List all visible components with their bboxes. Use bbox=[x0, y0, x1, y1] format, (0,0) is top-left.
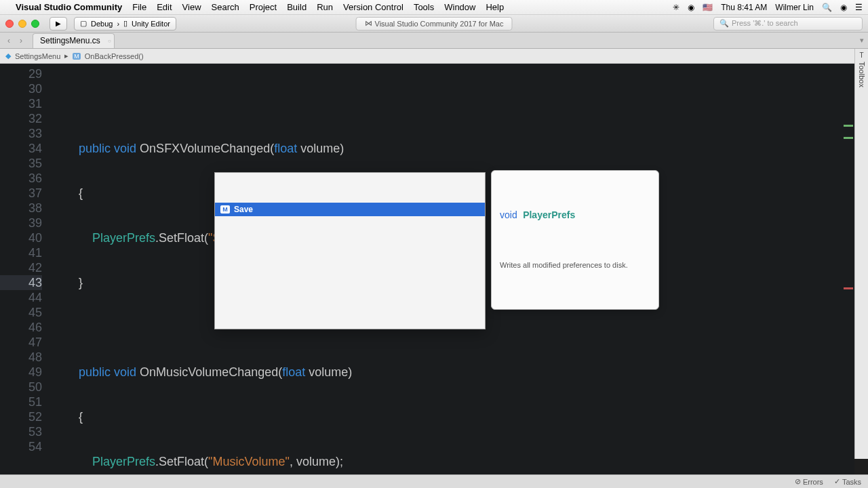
app-name[interactable]: Visual Studio Community bbox=[16, 2, 122, 12]
wifi-icon[interactable]: ◉ bbox=[688, 3, 694, 12]
file-tab[interactable]: SettingsMenu.cs ○ bbox=[33, 33, 115, 48]
menu-build[interactable]: Build bbox=[287, 2, 307, 12]
menu-run[interactable]: Run bbox=[317, 2, 333, 12]
menu-search[interactable]: Search bbox=[212, 2, 239, 12]
toolbox-icon: T bbox=[859, 52, 863, 59]
macos-menubar: Visual Studio Community File Edit View S… bbox=[0, 0, 868, 15]
run-configuration[interactable]: ▢Debug› ▯Unity Editor bbox=[74, 17, 176, 30]
error-icon: ⊘ bbox=[795, 477, 801, 486]
window-title: ⋈Visual Studio Community 2017 for Mac bbox=[356, 17, 513, 30]
error-marker bbox=[844, 287, 853, 289]
code-area[interactable]: public void OnSFXVolumeChanged(float vol… bbox=[49, 64, 854, 474]
search-icon[interactable]: 🔍 bbox=[822, 3, 832, 12]
menu-project[interactable]: Project bbox=[250, 2, 277, 12]
menu-edit[interactable]: Edit bbox=[157, 2, 172, 12]
user-name[interactable]: Wilmer Lin bbox=[775, 3, 814, 12]
autocomplete-popup[interactable]: M Save bbox=[214, 172, 486, 329]
status-icon[interactable]: ✳ bbox=[673, 3, 679, 12]
autocomplete-item-save[interactable]: M Save bbox=[215, 203, 485, 216]
method-badge-icon: M bbox=[220, 205, 230, 214]
check-icon: ✓ bbox=[834, 477, 840, 486]
breadcrumb-class[interactable]: SettingsMenu bbox=[15, 52, 60, 60]
nav-back-button[interactable]: ‹ bbox=[3, 35, 15, 47]
signature-tooltip: void PlayerPrefs Writes all modified pre… bbox=[491, 170, 659, 310]
search-icon: 🔍 bbox=[719, 19, 729, 28]
global-search[interactable]: 🔍 Press '⌘.' to search bbox=[713, 17, 863, 30]
menu-view[interactable]: View bbox=[182, 2, 201, 12]
breadcrumb: ◆ SettingsMenu ▸ M OnBackPressed() bbox=[0, 49, 868, 64]
menu-version-control[interactable]: Version Control bbox=[343, 2, 403, 12]
method-icon: M bbox=[73, 53, 81, 60]
minimize-window-button[interactable] bbox=[18, 20, 26, 28]
menu-help[interactable]: Help bbox=[486, 2, 504, 12]
code-editor[interactable]: 2930313233343536373839404142434445464748… bbox=[0, 64, 854, 474]
run-button[interactable]: ▶ bbox=[50, 17, 67, 30]
line-gutter: 2930313233343536373839404142434445464748… bbox=[0, 64, 49, 474]
tasks-indicator[interactable]: ✓Tasks bbox=[834, 477, 861, 486]
change-marker bbox=[844, 137, 853, 139]
ide-toolbar: ▶ ▢Debug› ▯Unity Editor ⋈Visual Studio C… bbox=[0, 15, 868, 33]
menu-icon[interactable]: ☰ bbox=[855, 3, 863, 12]
tab-options-icon[interactable]: ▾ bbox=[860, 36, 864, 45]
toolbox-panel[interactable]: T Toolbox bbox=[854, 49, 868, 459]
errors-indicator[interactable]: ⊘Errors bbox=[795, 477, 823, 486]
menu-window[interactable]: Window bbox=[444, 2, 475, 12]
nav-forward-button[interactable]: › bbox=[15, 35, 27, 47]
class-icon: ◆ bbox=[5, 52, 11, 60]
breadcrumb-method[interactable]: OnBackPressed() bbox=[85, 52, 144, 60]
siri-icon[interactable]: ◉ bbox=[840, 3, 847, 12]
close-window-button[interactable] bbox=[5, 20, 14, 28]
menu-tools[interactable]: Tools bbox=[414, 2, 434, 12]
status-bar: ⊘Errors ✓Tasks bbox=[0, 474, 868, 488]
clock[interactable]: Thu 8:41 AM bbox=[721, 3, 767, 12]
menu-file[interactable]: File bbox=[132, 2, 146, 12]
maximize-window-button[interactable] bbox=[31, 20, 39, 28]
document-tabbar: ‹ › SettingsMenu.cs ○ ▾ bbox=[0, 33, 868, 49]
window-controls bbox=[5, 20, 39, 28]
close-tab-icon[interactable]: ○ bbox=[108, 38, 111, 44]
change-marker bbox=[844, 125, 853, 127]
flag-icon[interactable]: 🇺🇸 bbox=[703, 3, 713, 12]
